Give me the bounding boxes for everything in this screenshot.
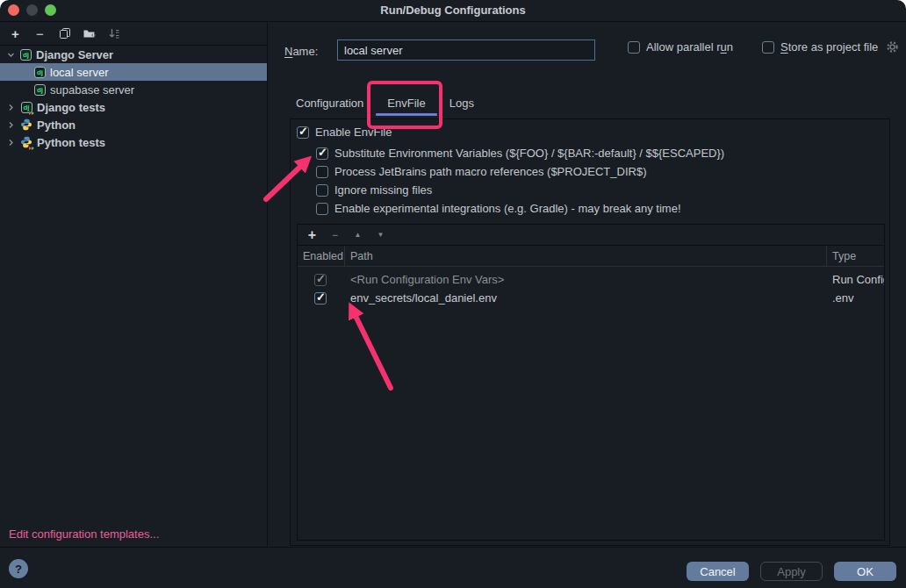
configuration-editor: Name: Allow parallel run Store as projec… [269, 22, 906, 547]
move-down-button[interactable]: ▼ [375, 232, 386, 239]
new-folder-button[interactable] [83, 27, 96, 39]
tree-item-python[interactable]: Python [0, 116, 267, 133]
checkbox-box[interactable] [297, 126, 309, 139]
run-debug-configurations-dialog: Run/Debug Configurations + − [0, 0, 906, 588]
substitute-env-vars-checkbox[interactable]: Substitute Environment Variables (${FOO}… [316, 147, 724, 160]
checkbox-box[interactable] [316, 166, 328, 178]
row-enabled-checkbox [314, 274, 327, 286]
edit-templates-link[interactable]: Edit configuration templates... [9, 527, 159, 541]
column-header-enabled: Enabled [298, 246, 345, 266]
tab-logs[interactable]: Logs [438, 92, 485, 116]
django-icon: dj [20, 49, 32, 61]
cancel-button[interactable]: Cancel [687, 562, 749, 581]
envfile-panel: Enable EnvFile Substitute Environment Va… [290, 118, 890, 546]
sidebar-toolbar: + − [0, 22, 267, 46]
process-path-macro-checkbox[interactable]: Process JetBrains path macro references … [316, 165, 646, 178]
remove-env-file-button[interactable]: − [329, 230, 341, 240]
dialog-footer: ? Cancel Apply OK [0, 547, 906, 588]
chevron-right-icon[interactable] [6, 139, 16, 147]
sort-az-icon [108, 27, 120, 39]
store-as-project-file-checkbox[interactable]: Store as project file [762, 40, 899, 54]
experimental-integrations-checkbox[interactable]: Enable experimental integrations (e.g. G… [316, 202, 681, 215]
add-env-file-button[interactable]: + [306, 228, 318, 242]
row-type: .env [827, 291, 884, 305]
chevron-right-icon[interactable] [6, 121, 16, 129]
python-icon [20, 118, 32, 131]
tab-envfile[interactable]: EnvFile [376, 92, 436, 116]
minimize-window-button[interactable] [26, 4, 38, 16]
copy-configuration-button[interactable] [58, 27, 71, 39]
apply-button[interactable]: Apply [760, 562, 823, 581]
env-file-row[interactable]: <Run Configuration Env Vars> Run Config [298, 270, 884, 289]
django-tests-icon: dj [20, 101, 32, 113]
allow-parallel-run-label: Allow parallel run [646, 40, 733, 54]
sort-configurations-button[interactable] [107, 27, 120, 39]
enable-envfile-checkbox[interactable]: Enable EnvFile [297, 125, 392, 139]
remove-configuration-button[interactable]: − [33, 27, 47, 40]
row-path: <Run Configuration Env Vars> [345, 273, 827, 286]
checkbox-box[interactable] [628, 41, 640, 54]
django-icon: dj [34, 67, 46, 78]
tree-item-django-tests[interactable]: dj Django tests [0, 98, 267, 116]
column-header-path: Path [345, 246, 827, 266]
table-header: Enabled Path Type [298, 246, 884, 267]
ok-button[interactable]: OK [834, 562, 896, 581]
window-title: Run/Debug Configurations [0, 0, 906, 21]
env-file-row[interactable]: env_secrets/local_daniel.env .env [298, 289, 884, 307]
checkbox-box[interactable] [316, 184, 328, 197]
checkbox-box[interactable] [316, 147, 328, 160]
tab-configuration[interactable]: Configuration [284, 92, 375, 116]
tree-item-python-tests[interactable]: Python tests [0, 133, 267, 151]
gear-icon[interactable] [886, 40, 899, 54]
tree-item-supabase-server[interactable]: dj supabase server [0, 81, 267, 98]
new-folder-icon [83, 27, 96, 39]
row-enabled-checkbox[interactable] [314, 292, 327, 305]
configurations-tree: dj Django Server dj local server dj supa… [0, 46, 267, 151]
chevron-right-icon[interactable] [6, 104, 16, 111]
store-as-project-file-label: Store as project file [780, 40, 878, 54]
tree-item-local-server[interactable]: dj local server [0, 63, 267, 81]
ignore-missing-files-checkbox[interactable]: Ignore missing files [316, 183, 432, 197]
column-header-type: Type [827, 246, 884, 266]
python-tests-icon [20, 136, 32, 148]
django-icon: dj [34, 84, 46, 96]
sidebar: + − [0, 22, 268, 547]
tab-bar: Configuration EnvFile Logs [284, 92, 485, 116]
name-input[interactable] [337, 39, 595, 61]
env-files-toolbar: + − ▲ ▼ [298, 225, 884, 246]
help-button[interactable]: ? [9, 559, 28, 578]
close-window-button[interactable] [8, 4, 19, 16]
title-bar: Run/Debug Configurations [0, 0, 906, 22]
checkbox-box[interactable] [762, 41, 774, 54]
tree-item-django-server[interactable]: dj Django Server [0, 46, 267, 63]
checkbox-box[interactable] [316, 203, 328, 215]
chevron-down-icon[interactable] [6, 51, 16, 59]
add-configuration-button[interactable]: + [9, 27, 22, 40]
env-files-table: + − ▲ ▼ Enabled Path Type <Run Configura… [297, 224, 885, 541]
copy-icon [59, 27, 71, 39]
move-up-button[interactable]: ▲ [352, 232, 363, 239]
row-path: env_secrets/local_daniel.env [345, 291, 827, 305]
zoom-window-button[interactable] [45, 4, 56, 16]
allow-parallel-run-checkbox[interactable]: Allow parallel run [628, 40, 733, 54]
name-label: Name: [284, 45, 318, 58]
row-type: Run Config [827, 273, 884, 286]
